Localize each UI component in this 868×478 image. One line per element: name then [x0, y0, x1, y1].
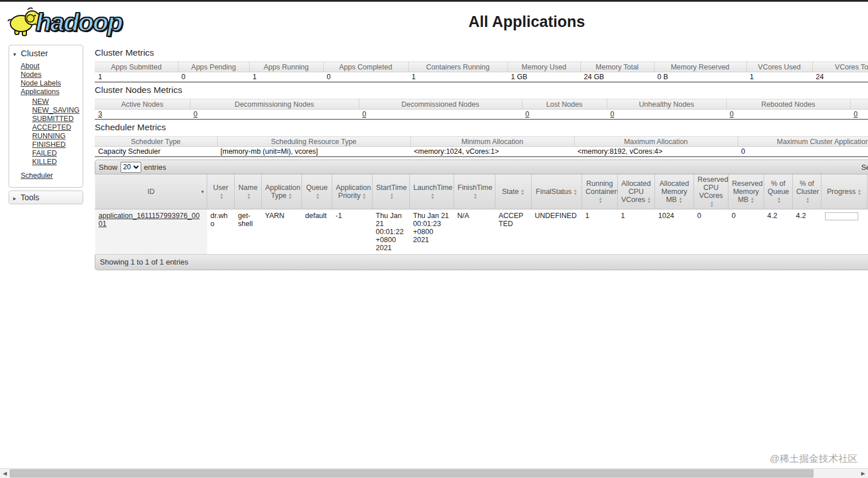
application-type-cell: YARN: [262, 209, 302, 255]
column-header-offscreen: [850, 99, 868, 110]
column-header-finishtime[interactable]: FinishTime▲▼: [454, 174, 495, 209]
column-header-finalstatus[interactable]: FinalStatus▲▼: [532, 174, 582, 209]
decommissioning-nodes-link[interactable]: 0: [193, 110, 197, 118]
column-header: Memory Used: [507, 62, 580, 72]
main-content: Cluster Metrics Apps Submitted Apps Pend…: [95, 45, 868, 270]
tools-section-toggle[interactable]: ▸ Tools: [9, 191, 83, 204]
watermark: @稀土掘金技术社区: [770, 452, 858, 465]
tools-panel: ▸ Tools: [9, 191, 83, 204]
sort-both-icon: ▲▼: [390, 193, 394, 200]
column-header-pct-of-cluster[interactable]: % of Cluster▲▼: [793, 174, 822, 209]
finalstatus-cell: UNDEFINED: [532, 209, 582, 255]
scheduler-metrics-table: Scheduler Type Scheduling Resource Type …: [95, 136, 868, 157]
column-header-application-type[interactable]: Application Type▲▼: [262, 174, 302, 209]
memory-total-value: 24 GB: [580, 72, 654, 83]
column-header: Rebooted Nodes: [726, 99, 850, 110]
scroll-left-arrow-icon[interactable]: ◀: [0, 469, 10, 478]
list-item: Scheduler: [21, 171, 80, 180]
sidebar-item-nodes[interactable]: Nodes: [21, 71, 41, 79]
sidebar-item-applications[interactable]: Applications: [21, 88, 59, 96]
column-header-running-containers[interactable]: Running Containers▲▼: [582, 174, 618, 209]
scroll-right-arrow-icon[interactable]: ▶: [858, 469, 868, 478]
unhealthy-nodes-link[interactable]: 0: [610, 110, 614, 118]
pct-of-queue-cell: 4.2: [764, 209, 793, 255]
column-header-application-priority[interactable]: Application Priority▲▼: [332, 174, 373, 209]
sidebar-item-state-submitted[interactable]: SUBMITTED: [32, 115, 73, 123]
triangle-down-icon: ▾: [13, 51, 16, 57]
sidebar-item-state-running[interactable]: RUNNING: [32, 132, 65, 140]
apps-submitted-value: 1: [95, 72, 178, 83]
column-header-pct-of-queue[interactable]: % of Queue▲▼: [764, 174, 793, 209]
sidebar-item-about[interactable]: About: [21, 62, 40, 70]
nodes-link[interactable]: 0: [854, 110, 858, 118]
minimum-allocation-value: <memory:1024, vCores:1>: [410, 147, 574, 157]
scrollbar-thumb[interactable]: [10, 469, 813, 477]
sidebar-item-state-finished[interactable]: FINISHED: [32, 141, 65, 149]
column-header: Unhealthy Nodes: [607, 99, 726, 110]
sidebar-item-state-failed[interactable]: FAILED: [32, 149, 57, 157]
page-header: hadoop All Applications: [0, 2, 868, 45]
memory-reserved-value: 0 B: [654, 72, 746, 83]
list-item: ACCEPTED: [32, 123, 80, 131]
sidebar-item-node-labels[interactable]: Node Labels: [21, 79, 61, 87]
sidebar-item-state-accepted[interactable]: ACCEPTED: [32, 123, 71, 131]
column-header-allocated-cpu-vcores[interactable]: Allocated CPU VCores▲▼: [618, 174, 655, 209]
column-header-name[interactable]: Name▲▼: [235, 174, 262, 209]
sort-both-icon: ▲▼: [431, 193, 435, 200]
page-size-select[interactable]: 20: [121, 162, 141, 173]
column-header: Maximum Allocation: [574, 137, 738, 147]
column-header-reserved-cpu-vcores[interactable]: Reserved CPU VCores▲▼: [694, 174, 728, 209]
finishtime-cell: N/A: [454, 209, 495, 255]
column-header-allocated-memory-mb[interactable]: Allocated Memory MB▲▼: [655, 174, 694, 209]
sort-both-icon: ▲▼: [750, 197, 754, 204]
active-nodes-link[interactable]: 3: [98, 110, 102, 118]
sidebar-item-state-new[interactable]: NEW: [32, 98, 49, 106]
cluster-panel: ▾ Cluster About Nodes Node Labels Applic…: [9, 45, 83, 188]
column-header-id[interactable]: ID▾: [95, 174, 207, 209]
column-header-user[interactable]: User▲▼: [207, 174, 235, 209]
column-header: Memory Reserved: [654, 62, 746, 72]
sort-both-icon: ▲▼: [521, 189, 525, 196]
maximum-allocation-value: <memory:8192, vCores:4>: [574, 147, 738, 157]
table-row: 3 0 0 0 0 0 0: [95, 110, 868, 120]
column-header: Containers Running: [408, 62, 507, 72]
max-cluster-app-priority-value: 0: [738, 147, 868, 157]
sort-both-icon: ▲▼: [679, 197, 683, 204]
apps-running-value: 1: [249, 72, 323, 83]
starttime-cell: Thu Jan 21 00:01:22 +0800 2021: [373, 209, 410, 255]
column-header: Active Nodes: [95, 99, 190, 110]
column-header-starttime[interactable]: StartTime▲▼: [373, 174, 410, 209]
column-header: Maximum Cluster Application Priority: [738, 137, 868, 147]
column-header: Lost Nodes: [522, 99, 607, 110]
sort-both-icon: ▲▼: [806, 197, 810, 204]
lost-nodes-link[interactable]: 0: [525, 110, 529, 118]
vcores-total-value: 24: [812, 72, 868, 83]
column-header-queue[interactable]: Queue▲▼: [302, 174, 332, 209]
table-row: 1 0 1 0 1 1 GB 24 GB 0 B 1 24: [95, 72, 868, 83]
list-item: Applications: [21, 87, 80, 96]
scheduler-type-value: Capacity Scheduler: [95, 147, 217, 157]
decommissioned-nodes-link[interactable]: 0: [362, 110, 366, 118]
application-id-link[interactable]: application_1611157993976_0001: [99, 212, 200, 228]
horizontal-scrollbar[interactable]: ◀ ▶: [0, 468, 868, 478]
sidebar-item-state-killed[interactable]: KILLED: [32, 158, 57, 166]
sort-both-icon: ▲▼: [710, 201, 714, 208]
column-header-reserved-memory-mb[interactable]: Reserved Memory MB▲▼: [728, 174, 764, 209]
rebooted-nodes-link[interactable]: 0: [730, 110, 734, 118]
cluster-section-toggle[interactable]: ▾ Cluster: [9, 45, 83, 61]
column-header-state[interactable]: State▲▼: [495, 174, 532, 209]
sort-both-icon: ▲▼: [647, 197, 651, 204]
cluster-nodes-metrics-table: Active Nodes Decommissioning Nodes Decom…: [95, 99, 868, 120]
running-containers-cell: 1: [582, 209, 618, 255]
sidebar-item-scheduler[interactable]: Scheduler: [21, 172, 53, 180]
vcores-used-value: 1: [746, 72, 812, 83]
column-header: Memory Total: [580, 62, 654, 72]
column-header: Scheduler Type: [95, 137, 217, 147]
sidebar-item-state-new-saving[interactable]: NEW_SAVING: [32, 106, 79, 114]
application-row: application_1611157993976_0001 dr.who ge…: [95, 209, 868, 255]
column-header: Apps Running: [249, 62, 323, 72]
sort-both-icon: ▲▼: [288, 193, 292, 200]
column-header-progress[interactable]: Progress▲▼: [822, 174, 867, 209]
column-header-launchtime[interactable]: LaunchTime▲▼: [410, 174, 454, 209]
pct-of-cluster-cell: 4.2: [793, 209, 822, 255]
